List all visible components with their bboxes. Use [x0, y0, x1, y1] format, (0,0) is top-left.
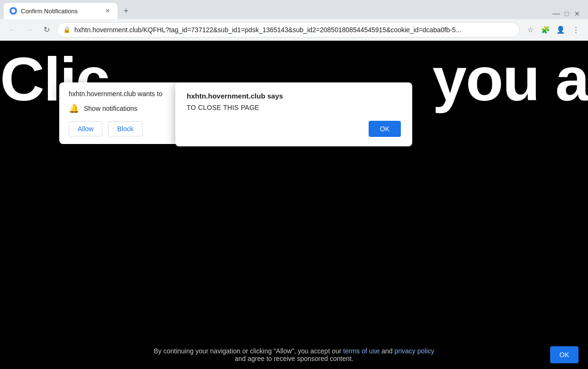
bookmark-icon[interactable]: ☆ — [524, 23, 537, 36]
tab-bar: Confirm Notifications ✕ + — □ ✕ — [0, 0, 588, 19]
footer-ok-button[interactable]: OK — [550, 346, 579, 363]
site-dialog-title: hxhtn.hovernment.club says — [187, 92, 401, 100]
terms-link[interactable]: terms of use — [343, 347, 380, 355]
site-dialog-ok-button[interactable]: OK — [369, 121, 401, 137]
tab-title: Confirm Notifications — [21, 8, 100, 15]
close-button[interactable]: ✕ — [574, 10, 580, 17]
menu-icon[interactable]: ⋮ — [569, 23, 582, 36]
bell-icon: 🔔 — [69, 103, 79, 114]
privacy-link[interactable]: privacy policy — [394, 347, 434, 355]
address-actions: ☆ 🧩 👤 ⋮ — [524, 23, 582, 36]
active-tab[interactable]: Confirm Notifications ✕ — [4, 3, 118, 19]
forward-button[interactable]: → — [23, 23, 36, 36]
footer-text-before: By continuing your navigation or clickin… — [154, 347, 343, 355]
window-controls: — □ ✕ — [553, 10, 584, 19]
url-bar[interactable]: 🔒 hxhtn.hovernment.club/KQFHL?tag_id=737… — [57, 22, 520, 37]
footer-text-middle: and — [380, 347, 394, 355]
allow-button[interactable]: Allow — [69, 121, 102, 136]
block-button[interactable]: Block — [108, 121, 142, 136]
new-tab-button[interactable]: + — [119, 4, 133, 18]
browser-window: Confirm Notifications ✕ + — □ ✕ ← → ↻ 🔒 … — [0, 0, 588, 369]
site-dialog: hxhtn.hovernment.club says TO CLOSE THIS… — [175, 82, 412, 146]
site-dialog-body: TO CLOSE THIS PAGE — [187, 104, 401, 111]
tab-favicon — [9, 7, 17, 15]
footer-bar: By continuing your navigation or clickin… — [0, 341, 588, 369]
back-button[interactable]: ← — [6, 23, 19, 36]
minimize-button[interactable]: — — [553, 10, 560, 17]
page-content: Clic you are not ✕ hxhtn.hovernment.club… — [0, 41, 588, 369]
extensions-icon[interactable]: 🧩 — [539, 23, 552, 36]
footer-text-after: and agree to receive sponsored content. — [235, 355, 353, 362]
address-bar: ← → ↻ 🔒 hxhtn.hovernment.club/KQFHL?tag_… — [0, 19, 588, 41]
tab-close-button[interactable]: ✕ — [103, 7, 112, 15]
maximize-button[interactable]: □ — [563, 10, 570, 17]
profile-icon[interactable]: 👤 — [554, 23, 567, 36]
notification-option-label: Show notifications — [84, 105, 137, 112]
lock-icon: 🔒 — [63, 26, 71, 33]
refresh-button[interactable]: ↻ — [40, 23, 53, 36]
url-text: hxhtn.hovernment.club/KQFHL?tag_id=73712… — [74, 26, 514, 34]
